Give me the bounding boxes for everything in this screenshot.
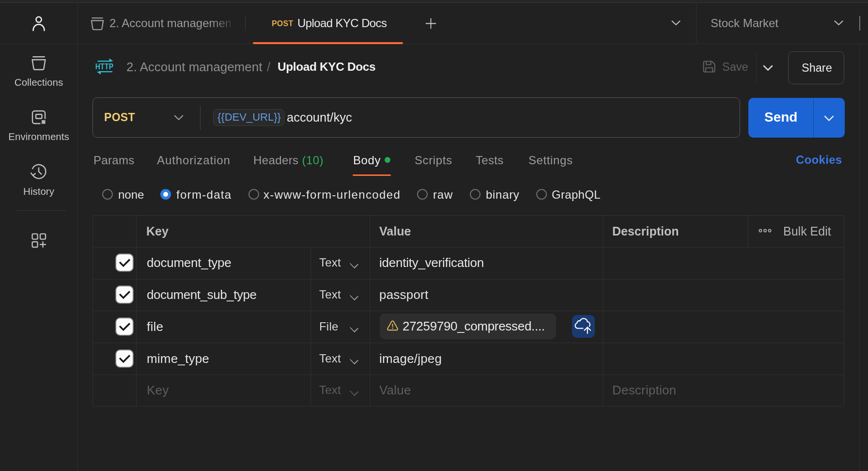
svg-text:HTTP: HTTP: [95, 62, 113, 71]
